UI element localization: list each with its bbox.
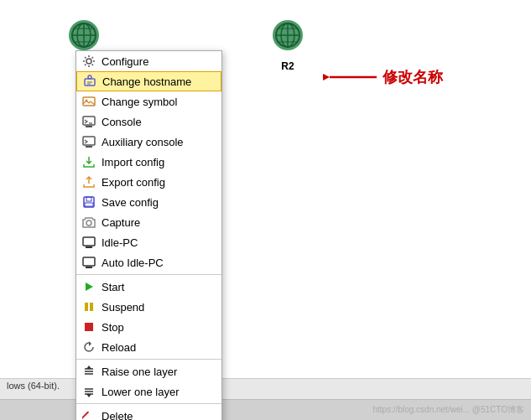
watermark-text: https://blog.csdn.net/wei... @51CTO博客 (366, 404, 531, 416)
svg-rect-26 (86, 146, 92, 148)
context-menu: Configure Change hostname (75, 50, 222, 420)
start-label: Start (102, 281, 124, 293)
symbol-icon (81, 94, 96, 109)
configure-icon (81, 54, 96, 69)
svg-marker-47 (86, 394, 91, 397)
router-r2-label: R2 (281, 60, 294, 72)
export-config-label: Export config (102, 176, 165, 189)
svg-marker-43 (86, 366, 91, 369)
svg-rect-34 (86, 267, 92, 268)
suspend-label: Suspend (102, 301, 144, 314)
save-icon (81, 194, 96, 210)
arrow-icon (323, 69, 377, 86)
svg-point-30 (86, 220, 91, 226)
menu-item-change-hostname[interactable]: Change hostname (76, 71, 221, 91)
menu-item-import-config[interactable]: Import config (76, 152, 221, 172)
svg-rect-27 (84, 197, 94, 207)
console-icon (81, 114, 96, 129)
svg-rect-38 (85, 323, 93, 331)
menu-item-change-symbol[interactable]: Change symbol (76, 91, 221, 111)
svg-rect-37 (90, 303, 93, 311)
menu-item-capture[interactable]: Capture (76, 212, 221, 232)
separator-1 (76, 274, 221, 275)
change-symbol-label: Change symbol (102, 96, 177, 108)
auto-idle-pc-label: Auto Idle-PC (102, 257, 164, 269)
menu-item-start[interactable]: Start (76, 277, 221, 297)
capture-icon (81, 215, 96, 230)
menu-item-stop[interactable]: Stop (76, 317, 221, 337)
svg-rect-29 (85, 203, 93, 206)
aux-console-label: Auxiliary console (102, 136, 184, 148)
menu-item-save-config[interactable]: Save config (76, 192, 221, 212)
menu-item-idle-pc[interactable]: Idle-PC (76, 232, 221, 252)
svg-marker-35 (86, 283, 93, 291)
svg-point-18 (88, 75, 91, 79)
menu-item-suspend[interactable]: Suspend (76, 297, 221, 317)
lower-layer-label: Lower one layer (102, 386, 180, 398)
idle-pc-icon (81, 235, 96, 250)
idle-pc-label: Idle-PC (102, 236, 138, 249)
reload-label: Reload (102, 341, 136, 354)
import-config-label: Import config (102, 156, 164, 169)
capture-label: Capture (102, 216, 140, 229)
menu-item-export-config[interactable]: Export config (76, 172, 221, 192)
separator-2 (76, 359, 221, 360)
svg-rect-20 (83, 97, 95, 106)
menu-item-aux-console[interactable]: Auxiliary console (76, 132, 221, 152)
menu-item-delete[interactable]: Delete (76, 406, 221, 420)
status-text-1: lows (64-bit). (0, 381, 66, 391)
svg-rect-32 (86, 246, 92, 248)
reload-icon (81, 340, 96, 355)
configure-label: Configure (102, 55, 148, 68)
menu-item-console[interactable]: Console (76, 111, 221, 132)
menu-item-configure[interactable]: Configure (76, 51, 221, 71)
console-label: Console (102, 116, 142, 128)
hostname-icon (82, 74, 97, 89)
export-icon (81, 174, 96, 189)
menu-item-lower-layer[interactable]: Lower one layer (76, 381, 221, 402)
menu-item-raise-layer[interactable]: Raise one layer (76, 361, 221, 381)
stop-icon (81, 319, 96, 334)
aux-console-icon (81, 134, 96, 149)
svg-marker-39 (89, 341, 91, 346)
svg-point-16 (86, 59, 91, 64)
router-r2-icon (267, 17, 309, 59)
annotation-text: 修改名称 (383, 67, 443, 87)
suspend-icon (81, 299, 96, 314)
lower-icon (81, 384, 96, 399)
svg-rect-25 (83, 137, 95, 145)
svg-rect-33 (83, 257, 95, 266)
annotation: 修改名称 (323, 67, 443, 87)
stop-label: Stop (102, 321, 124, 334)
separator-3 (76, 403, 221, 404)
svg-rect-48 (82, 411, 89, 419)
svg-rect-23 (86, 126, 92, 127)
auto-idle-pc-icon (81, 255, 96, 270)
delete-icon (81, 408, 96, 420)
menu-item-auto-idle-pc[interactable]: Auto Idle-PC (76, 252, 221, 272)
raise-layer-label: Raise one layer (102, 366, 177, 378)
change-hostname-label: Change hostname (102, 75, 191, 88)
start-icon (81, 279, 96, 294)
svg-rect-36 (85, 303, 88, 311)
router-r2[interactable]: R2 (267, 17, 309, 72)
menu-item-reload[interactable]: Reload (76, 337, 221, 357)
delete-label: Delete (102, 410, 133, 421)
import-icon (81, 154, 96, 169)
canvas-area: R1 R2 修改名称 (0, 0, 531, 420)
raise-icon (81, 364, 96, 379)
svg-rect-31 (83, 237, 95, 246)
save-config-label: Save config (102, 196, 159, 209)
